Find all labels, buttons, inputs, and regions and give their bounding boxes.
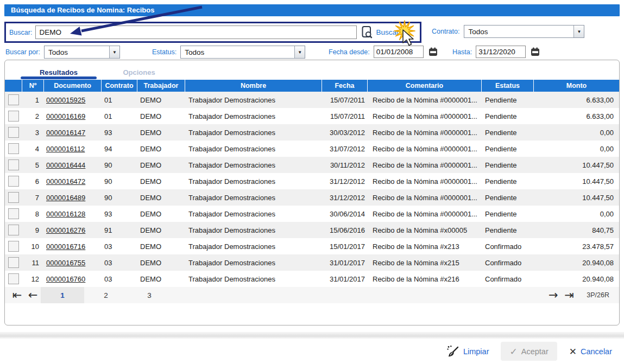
table-row: 5 0000016444 90 DEMO Trabajador Demostra… (5, 157, 619, 173)
row-estatus: Confirmado (482, 271, 534, 287)
tab-opciones[interactable]: Opciones (99, 68, 179, 79)
row-number: 7 (22, 189, 44, 206)
chevron-down-icon[interactable]: ▼ (294, 46, 305, 58)
buscar-button[interactable]: Buscar (361, 25, 399, 39)
row-fecha: 31/01/2017 (322, 271, 368, 287)
row-checkbox[interactable] (8, 127, 19, 138)
row-checkbox[interactable] (8, 241, 19, 252)
document-link[interactable]: 0000016276 (46, 226, 85, 234)
row-comentario: Recibo de la Nómina #x00005 (368, 222, 482, 238)
row-monto: 0,00 (534, 124, 619, 141)
row-nombre: Trabajador Demostraciones (185, 124, 322, 141)
row-comentario: Recibo de la Nómina #0000001... (368, 141, 482, 157)
document-link[interactable]: 0000016716 (46, 242, 85, 251)
first-page-icon[interactable]: ⇤ (9, 287, 25, 303)
row-trabajador: DEMO (137, 254, 185, 271)
row-checkbox[interactable] (8, 208, 19, 219)
buscar-por-select[interactable]: Todos ▼ (44, 46, 120, 59)
results-panel: Resultados Opciones Nº Documento Contrat… (4, 60, 620, 325)
row-checkbox[interactable] (8, 273, 19, 284)
document-link[interactable]: 0000016147 (46, 129, 85, 137)
row-number: 5 (22, 157, 44, 173)
contrato-select[interactable]: Todos ▼ (464, 25, 584, 38)
row-monto: 10.447,50 (534, 173, 619, 189)
row-monto: 6.633,00 (534, 92, 619, 108)
next-page-icon[interactable]: → (545, 287, 561, 303)
document-link[interactable]: 0000016760 (46, 275, 85, 283)
row-monto: 6.633,00 (534, 108, 619, 124)
row-fecha: 31/12/2012 (322, 189, 368, 206)
row-contrato: 90 (102, 173, 137, 189)
row-fecha: 31/01/2017 (322, 254, 368, 271)
document-link[interactable]: 0000016444 (46, 161, 85, 169)
row-comentario: Recibo de la Nómina #0000001... (368, 173, 482, 189)
calendar-icon[interactable] (428, 47, 438, 56)
row-monto: 20.940,08 (534, 254, 619, 271)
row-monto: 23.478,57 (534, 238, 619, 254)
limpiar-button[interactable]: Limpiar (441, 342, 495, 361)
search-input[interactable] (35, 25, 357, 39)
row-contrato: 90 (102, 189, 137, 206)
pagination-summary: 3P/26R (587, 291, 609, 299)
footer-buttons: Limpiar ✓ Aceptar ✕ Cancelar (441, 342, 617, 361)
row-checkbox[interactable] (8, 143, 19, 154)
row-contrato: 03 (102, 271, 137, 287)
row-trabajador: DEMO (137, 157, 185, 173)
row-comentario: Recibo de la Nómina #0000001... (368, 157, 482, 173)
limpiar-label: Limpiar (463, 347, 489, 356)
hasta-input[interactable] (476, 46, 526, 58)
aceptar-button[interactable]: ✓ Aceptar (501, 342, 557, 361)
document-link[interactable]: 0000016489 (46, 194, 85, 202)
document-link[interactable]: 0000016112 (46, 145, 85, 153)
document-link[interactable]: 0000016169 (46, 112, 85, 120)
row-contrato: 94 (102, 141, 137, 157)
row-checkbox[interactable] (8, 159, 19, 170)
header-trabajador: Trabajador (137, 80, 185, 92)
row-nombre: Trabajador Demostraciones (185, 206, 322, 222)
page-number-2[interactable]: 2 (84, 287, 128, 303)
fecha-desde-input[interactable] (374, 46, 424, 58)
row-comentario: Recibo de la Nómina #0000001... (368, 189, 482, 206)
row-nombre: Trabajador Demostraciones (185, 173, 322, 189)
row-estatus: Pendiente (482, 92, 534, 108)
page-number-1[interactable]: 1 (41, 287, 84, 303)
row-checkbox[interactable] (8, 192, 19, 203)
table-row: 11 0000016755 03 DEMO Trabajador Demostr… (5, 254, 619, 271)
row-estatus: Pendiente (482, 189, 534, 206)
prev-page-icon[interactable]: ← (25, 287, 41, 303)
row-checkbox[interactable] (8, 176, 19, 187)
document-link[interactable]: 0000016128 (46, 210, 85, 218)
row-fecha: 31/12/2012 (322, 173, 368, 189)
row-number: 4 (22, 141, 44, 157)
cancelar-button[interactable]: ✕ Cancelar (564, 342, 617, 361)
row-number: 2 (22, 108, 44, 124)
last-page-icon[interactable]: ⇥ (561, 287, 577, 303)
header-contrato: Contrato (102, 80, 137, 92)
estatus-select[interactable]: Todos ▼ (180, 46, 305, 59)
row-checkbox[interactable] (8, 94, 19, 105)
table-body: 1 0000015925 01 DEMO Trabajador Demostra… (5, 92, 619, 287)
chevron-down-icon[interactable]: ▼ (109, 46, 119, 58)
document-link[interactable]: 0000015925 (46, 96, 85, 104)
row-checkbox[interactable] (8, 257, 19, 268)
row-estatus: Pendiente (482, 173, 534, 189)
row-trabajador: DEMO (137, 124, 185, 141)
filter-row: Buscar por: Todos ▼ Estatus: Todos ▼ Fec… (5, 46, 620, 59)
close-icon: ✕ (569, 346, 577, 357)
footer-divider (0, 332, 624, 339)
chevron-down-icon[interactable]: ▼ (573, 25, 584, 37)
calendar-icon[interactable] (531, 47, 540, 56)
tab-bar: Resultados Opciones (5, 60, 619, 79)
row-checkbox[interactable] (8, 225, 19, 235)
row-checkbox[interactable] (8, 111, 19, 122)
header-comentario: Comentario (368, 80, 482, 92)
row-fecha: 30/11/2012 (322, 157, 368, 173)
row-estatus: Pendiente (482, 206, 534, 222)
hasta-label: Hasta: (452, 48, 472, 56)
row-comentario: Recibo de la Nómina #x213 (368, 238, 482, 254)
page-number-3[interactable]: 3 (128, 287, 171, 303)
row-nombre: Trabajador Demostraciones (185, 254, 322, 271)
tab-resultados[interactable]: Resultados (18, 68, 99, 79)
document-link[interactable]: 0000016472 (46, 177, 85, 186)
document-link[interactable]: 0000016755 (46, 259, 85, 267)
